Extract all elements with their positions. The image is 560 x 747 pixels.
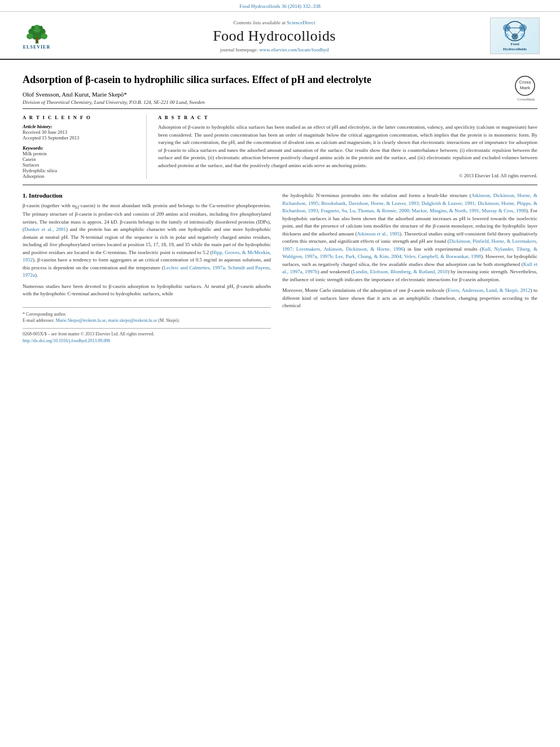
svg-rect-7 (36, 37, 37, 42)
ref-atkinson[interactable]: Atkinson, Dickinson, Horne, & Richardson… (282, 193, 537, 213)
history-label: Article history: (23, 124, 135, 129)
keyword-4: Hydrophilic silica (23, 168, 135, 173)
footnote-issn: 0268-005X/$ – see front matter © 2013 El… (23, 331, 271, 337)
svg-point-8 (31, 26, 35, 30)
received-value: Received 30 June 2013 (23, 129, 135, 135)
svg-point-14 (505, 33, 509, 38)
keywords-label: Keywords: (23, 145, 135, 151)
journal-citation: Food Hydrocolloids 36 (2014) 332–338 (239, 3, 321, 9)
copyright-line: © 2013 Elsevier Ltd. All rights reserved… (158, 173, 537, 178)
crossmark-area: Cross Mark CrossMark (515, 76, 537, 102)
journal-logo-text: Food Hydrocolloids (503, 42, 527, 51)
journal-bar: Food Hydrocolloids 36 (2014) 332–338 (0, 0, 560, 12)
footnote-corresponding: * Corresponding author. (23, 311, 271, 317)
ref-evers[interactable]: Evers, Andersson, Lund, & Skepö, 2012 (448, 287, 531, 293)
article-affiliation: Division of Theoretical Chemistry, Lund … (23, 99, 509, 105)
footnote-email: E-mail addresses: Marie.Skepo@teokem.lu.… (23, 317, 271, 324)
keywords-section: Keywords: Milk protein Casein Surfaces H… (23, 145, 135, 179)
elsevier-logo: ELSEVIER (14, 20, 59, 51)
abstract-column: A B S T R A C T Adsorption of β-casein t… (147, 115, 537, 179)
body-left-column: 1. Introduction β-casein (together with … (23, 192, 271, 343)
journal-title: Food Hydrocolloids (68, 28, 481, 45)
ref-leclerc[interactable]: Leclerc and Calmettes, 1997a; Schmidt an… (23, 265, 271, 278)
svg-point-6 (41, 33, 47, 39)
elsevier-wordmark: ELSEVIER (23, 45, 50, 50)
svg-point-9 (38, 26, 42, 30)
journal-title-area: Contents lists available at ScienceDirec… (68, 20, 481, 53)
journal-homepage-link[interactable]: www.elsevier.com/locate/foodhyd (259, 47, 329, 53)
email-link-1[interactable]: Marie.Skepo@teokem.lu.se (56, 318, 106, 323)
intro-paragraph-1: β-casein (together with αS1-casein) is t… (23, 202, 271, 279)
sciencedirect-notice: Contents lists available at ScienceDirec… (68, 20, 481, 25)
doi-link[interactable]: http://dx.doi.org/10.1016/j.foodhyd.2013… (23, 338, 110, 343)
article-info-row: A R T I C L E I N F O Article history: R… (23, 115, 537, 185)
email-link-2[interactable]: marie.skepo@teokem.lu.se (108, 318, 158, 323)
body-right-column: the hydrophilic N-terminus protrudes int… (282, 192, 537, 343)
svg-point-15 (521, 33, 526, 38)
article-content: Adsorption of β-casein to hydrophilic si… (0, 60, 560, 355)
svg-text:Mark: Mark (520, 85, 531, 90)
footnote-issn-area: 0268-005X/$ – see front matter © 2013 El… (23, 328, 271, 343)
ref-hipp[interactable]: Hipp, Groves, & McMeekin, 1952 (23, 250, 271, 263)
article-title-area: Adsorption of β-casein to hydrophilic si… (23, 73, 509, 105)
ref-lundin[interactable]: Lundin, Elofsson, Blomberg, & Rutland, 2… (353, 269, 448, 274)
abstract-label: A B S T R A C T (158, 115, 537, 120)
elsevier-tree-icon (21, 22, 53, 43)
introduction-title: 1. Introduction (23, 192, 271, 199)
sciencedirect-link[interactable]: ScienceDirect (287, 20, 315, 25)
keyword-1: Milk protein (23, 151, 135, 156)
ref-atkinson2[interactable]: Atkinson et al., 1995 (357, 231, 400, 237)
footnote-doi: http://dx.doi.org/10.1016/j.foodhyd.2013… (23, 338, 271, 344)
article-title-section: Adsorption of β-casein to hydrophilic si… (23, 65, 537, 109)
keyword-2: Casein (23, 156, 135, 162)
right-paragraph-1: the hydrophilic N-terminus protrudes int… (282, 192, 537, 283)
footnotes-area: * Corresponding author. E-mail addresses… (23, 307, 271, 344)
journal-header: ELSEVIER Contents lists available at Sci… (0, 12, 560, 60)
abstract-text: Adsorption of β-casein to hydrophilic si… (158, 124, 537, 169)
intro-paragraph-2: Numerous studies have been devoted to β-… (23, 283, 271, 298)
crossmark-icon: Cross Mark (515, 76, 535, 96)
crossmark-label: CrossMark (515, 97, 537, 102)
accepted-value: Accepted 15 September 2013 (23, 135, 135, 141)
article-info-column: A R T I C L E I N F O Article history: R… (23, 115, 147, 179)
keyword-3: Surfaces (23, 162, 135, 168)
svg-point-5 (26, 33, 33, 39)
keyword-5: Adsorption (23, 173, 135, 179)
article-authors: Olof Svensson, Anıl Kurut, Marie Skepö* (23, 91, 509, 98)
svg-text:Cross: Cross (519, 80, 531, 85)
journal-logo-box: Food Hydrocolloids (490, 18, 540, 54)
journal-logo-area: Food Hydrocolloids (487, 18, 543, 54)
journal-logo-graphic (495, 20, 535, 42)
ref-dunker[interactable]: Dunker et al., 2001 (24, 226, 66, 232)
body-content: 1. Introduction β-casein (together with … (23, 192, 537, 343)
article-history: Article history: Received 30 June 2013 A… (23, 124, 135, 141)
journal-homepage: journal homepage: www.elsevier.com/locat… (68, 47, 481, 53)
article-title: Adsorption of β-casein to hydrophilic si… (23, 73, 509, 86)
right-paragraph-2: Moreover, Monte Carlo simulations of the… (282, 287, 537, 310)
elsevier-logo-area: ELSEVIER (11, 20, 62, 51)
article-info-label: A R T I C L E I N F O (23, 115, 135, 120)
